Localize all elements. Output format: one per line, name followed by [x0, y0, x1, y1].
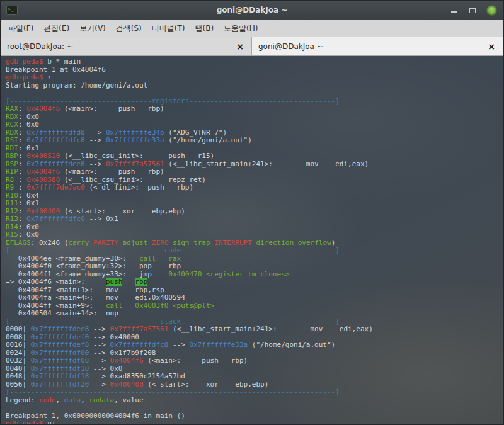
terminal-line: Breakpoint 1 at 0x4004f6	[6, 66, 503, 74]
menu-item-view[interactable]: 보기(V)	[74, 21, 111, 37]
menu-item-search[interactable]: 검색(S)	[111, 21, 147, 37]
terminal-line: RSI: 0x7fffffffdfc8 --> 0x7fffffffe33a (…	[6, 137, 503, 145]
terminal-line: R14: 0x0	[6, 224, 503, 232]
minimize-icon	[451, 11, 457, 13]
close-button[interactable]	[486, 5, 497, 16]
maximize-icon	[469, 8, 476, 13]
menu-item-tabs[interactable]: 탭(B)	[190, 21, 219, 37]
terminal-app-icon	[6, 6, 18, 15]
menubar: 파일(F) 편집(E) 보기(V) 검색(S) 터미널(T) 탭(B) 도움말(…	[1, 20, 503, 37]
tab-root[interactable]: root@DDakJoa: ~ ×	[1, 37, 252, 55]
window-title: goni@DDakJoa ~	[1, 6, 503, 14]
tab-label: goni@DDakJoa ~	[258, 42, 486, 51]
desktop-wallpaper: goni@DDakJoa ~ 파일(F) 편집(E) 보기(V) 검색(S) 터…	[0, 0, 504, 425]
menu-item-edit[interactable]: 편집(E)	[38, 21, 74, 37]
terminal-line: Breakpoint 1, 0x00000000004004f6 in main…	[6, 412, 503, 421]
menu-item-terminal[interactable]: 터미널(T)	[147, 21, 190, 37]
terminal-window: goni@DDakJoa ~ 파일(F) 편집(E) 보기(V) 검색(S) 터…	[0, 0, 504, 425]
terminal-line: Legend: code, data, rodata, value	[6, 397, 503, 405]
menu-item-file[interactable]: 파일(F)	[3, 21, 38, 37]
menu-item-help[interactable]: 도움말(H)	[219, 21, 263, 37]
tab-close-icon[interactable]: ×	[235, 42, 245, 51]
tab-goni[interactable]: goni@DDakJoa ~ ×	[252, 37, 503, 55]
tabbar: root@DDakJoa: ~ × goni@DDakJoa ~ ×	[1, 37, 503, 56]
terminal-line: R10: 0x4	[6, 192, 503, 200]
terminal-line: RBX: 0x0	[6, 113, 503, 122]
window-buttons	[449, 5, 503, 16]
tab-close-icon[interactable]: ×	[486, 42, 496, 51]
maximize-button[interactable]	[467, 5, 478, 15]
titlebar[interactable]: goni@DDakJoa ~	[1, 1, 503, 20]
terminal-output[interactable]: gdb-peda$ b * mainBreakpoint 1 at 0x4004…	[1, 56, 503, 424]
tab-label: root@DDakJoa: ~	[7, 42, 235, 51]
terminal-line: RAX: 0x4004f6 (<main>: push rbp)	[6, 105, 503, 113]
minimize-button[interactable]	[449, 5, 459, 15]
terminal-line: gdb-peda$ ni	[6, 420, 503, 424]
terminal-line: R9 : 0x7ffff7de7ac0 (<_dl_fini>: push rb…	[6, 184, 503, 192]
terminal-line: R13: 0x7fffffffdfc0 --> 0x1	[6, 215, 503, 224]
terminal-line: Starting program: /home/goni/a.out	[6, 82, 503, 90]
